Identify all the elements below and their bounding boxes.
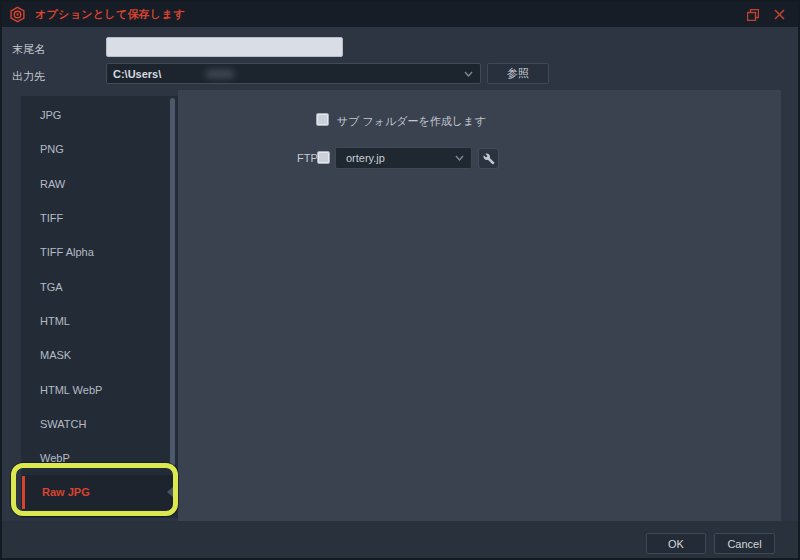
window-title: オプションとして保存します: [35, 7, 185, 22]
sidebar-item-label: WebP: [40, 452, 70, 464]
restore-window-icon[interactable]: [746, 8, 759, 21]
cancel-button[interactable]: Cancel: [714, 533, 775, 554]
ftp-server-dropdown[interactable]: ortery.jp: [335, 147, 472, 169]
ftp-settings-button[interactable]: [478, 148, 499, 169]
ftp-label: FTP: [297, 152, 318, 164]
sidebar-item-label: HTML WebP: [40, 384, 102, 396]
sidebar-item-label: HTML: [40, 315, 70, 327]
selected-indicator-bar: [22, 476, 25, 508]
sidebar-item-label: PNG: [40, 143, 64, 155]
sidebar-item-raw-jpg[interactable]: Raw JPG: [21, 475, 178, 509]
ftp-server-value: ortery.jp: [336, 152, 385, 164]
sidebar-item-label: TIFF: [40, 212, 63, 224]
title-bar: オプションとして保存します: [2, 2, 798, 27]
sidebar-item-label: TIFF Alpha: [40, 246, 94, 258]
sidebar-item-label: Raw JPG: [42, 486, 90, 498]
sidebar-scrollbar[interactable]: [170, 98, 175, 466]
ok-button[interactable]: OK: [646, 533, 706, 554]
sidebar-item-png[interactable]: PNG: [21, 132, 178, 166]
ftp-checkbox[interactable]: [317, 151, 330, 164]
browse-button[interactable]: 参照: [487, 63, 549, 84]
chevron-down-icon: [455, 155, 464, 161]
output-destination-label: 出力先: [12, 69, 45, 84]
redacted-username-blur: [206, 69, 234, 79]
create-subfolder-checkbox[interactable]: [316, 113, 329, 126]
sidebar-item-jpg[interactable]: JPG: [21, 98, 178, 132]
sidebar-item-label: RAW: [40, 178, 65, 190]
output-path-value: C:\Users\: [107, 68, 161, 80]
sidebar-item-html[interactable]: HTML: [21, 304, 178, 338]
sidebar-item-raw[interactable]: RAW: [21, 167, 178, 201]
sidebar-item-tiff-alpha[interactable]: TIFF Alpha: [21, 235, 178, 269]
suffix-name-label: 末尾名: [12, 42, 45, 57]
format-sidebar: JPG PNG RAW TIFF TIFF Alpha TGA: [21, 96, 178, 518]
wrench-icon: [483, 153, 495, 165]
sidebar-item-label: JPG: [40, 109, 61, 121]
sidebar-item-label: SWATCH: [40, 418, 86, 430]
app-logo-icon: [9, 6, 26, 23]
sidebar-item-swatch[interactable]: SWATCH: [21, 407, 178, 441]
selected-arrow-icon: [167, 487, 173, 497]
close-window-icon[interactable]: [773, 8, 786, 21]
sidebar-item-label: TGA: [40, 281, 63, 293]
save-options-dialog: オプションとして保存します 末尾名 出力先 C:\Users\ 参照: [0, 0, 800, 560]
chevron-down-icon: [464, 71, 473, 77]
sidebar-item-html-webp[interactable]: HTML WebP: [21, 372, 178, 406]
sidebar-item-tiff[interactable]: TIFF: [21, 201, 178, 235]
sidebar-item-webp[interactable]: WebP: [21, 441, 178, 475]
create-subfolder-label: サブ フォルダーを作成します: [337, 114, 486, 129]
sidebar-item-label: MASK: [40, 349, 71, 361]
sidebar-item-tga[interactable]: TGA: [21, 269, 178, 303]
output-path-dropdown[interactable]: C:\Users\: [106, 63, 481, 84]
sidebar-item-mask[interactable]: MASK: [21, 338, 178, 372]
suffix-name-input[interactable]: [106, 37, 343, 57]
